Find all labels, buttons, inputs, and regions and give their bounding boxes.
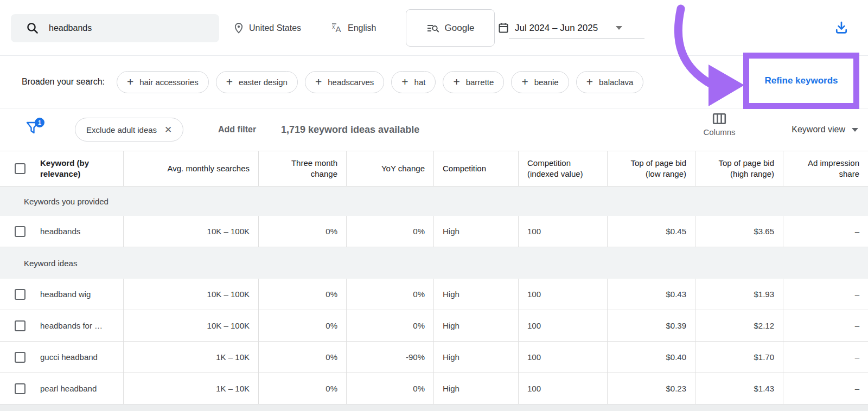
cell-top-bid-low: $0.43 — [608, 279, 695, 310]
cell-value: High — [443, 384, 459, 393]
broaden-chip[interactable]: +hat — [391, 71, 436, 93]
header-ad-impression-share[interactable]: Ad impression share — [783, 151, 868, 186]
cell-top-bid-low: $0.45 — [608, 216, 695, 247]
cell-value: 100 — [527, 384, 541, 393]
plus-icon: + — [453, 76, 459, 87]
broaden-chip[interactable]: +balaclava — [576, 71, 644, 93]
cell-three-month-change: 0% — [259, 310, 347, 341]
chip-label: headscarves — [328, 78, 374, 87]
cell-ad-impression-share: – — [783, 373, 868, 404]
filter-funnel-button[interactable]: 1 — [25, 119, 44, 140]
row-checkbox[interactable] — [15, 226, 25, 237]
chip-label: hair accessories — [139, 78, 198, 87]
table-row: headbands10K – 100K0%0%High100$0.45$3.65… — [0, 216, 868, 247]
broaden-chip[interactable]: +beanie — [511, 71, 569, 93]
cell-value: 0% — [413, 290, 425, 299]
cell-value: – — [855, 321, 859, 330]
cell-keyword: headband wig — [0, 279, 124, 310]
row-checkbox[interactable] — [15, 163, 25, 174]
cell-yoy-change: 0% — [347, 310, 434, 341]
cell-competition: High — [434, 373, 519, 404]
network-selector-button[interactable]: Google — [406, 9, 495, 47]
cell-competition: High — [434, 216, 519, 247]
header-competition-indexed[interactable]: Competition (indexed value) — [519, 151, 608, 186]
cell-top-bid-low: $0.39 — [608, 310, 695, 341]
cell-value: 0% — [326, 352, 337, 362]
svg-text:x: x — [332, 24, 335, 30]
columns-button[interactable]: Columns — [703, 113, 736, 137]
header-three-month-change[interactable]: Three month change — [259, 151, 347, 186]
filter-chip-label: Exclude adult ideas — [86, 125, 157, 134]
keyword-view-dropdown[interactable]: Keyword view — [792, 108, 858, 151]
filter-chip-exclude-adult[interactable]: Exclude adult ideas ✕ — [75, 118, 183, 142]
cell-value: 100 — [527, 321, 541, 330]
cell-competition-indexed: 100 — [519, 279, 608, 310]
cell-value: – — [855, 352, 859, 362]
section-band: Keywords you provided — [0, 187, 868, 216]
row-checkbox[interactable] — [15, 352, 25, 363]
cell-value: 0% — [326, 290, 337, 299]
keyword-search-box[interactable] — [11, 14, 219, 42]
header-yoy-change[interactable]: YoY change — [347, 151, 434, 186]
cell-value: $1.93 — [754, 290, 774, 299]
cell-value: 10K – 100K — [207, 321, 250, 330]
header-competition[interactable]: Competition — [434, 151, 519, 186]
header-avg-monthly-searches[interactable]: Avg. monthly searches — [124, 151, 259, 186]
calendar-icon — [498, 22, 509, 34]
plus-icon: + — [521, 76, 528, 87]
language-selector[interactable]: xA English — [331, 0, 376, 56]
cell-value: $0.39 — [666, 321, 686, 330]
cell-ad-impression-share: – — [783, 342, 868, 373]
table-header-row: Keyword (by relevance)Avg. monthly searc… — [0, 151, 868, 187]
row-checkbox[interactable] — [15, 383, 25, 394]
row-checkbox[interactable] — [15, 289, 25, 300]
header-top-bid-low[interactable]: Top of page bid (low range) — [608, 151, 695, 186]
cell-value: 0% — [326, 384, 337, 393]
top-toolbar: United States xA English Google Jul 2024… — [0, 0, 868, 56]
date-range-selector[interactable]: Jul 2024 – Jun 2025 — [498, 0, 622, 56]
header-label: Ad impression share — [792, 158, 859, 180]
row-checkbox[interactable] — [15, 320, 25, 331]
table-row: gucci headband1K – 10K0%-90%High100$0.40… — [0, 342, 868, 373]
broaden-chip[interactable]: +barrette — [443, 71, 504, 93]
cell-value: 100 — [527, 290, 541, 299]
refine-keywords-link[interactable]: Refine keywords — [764, 75, 838, 86]
keyword-text: gucci headband — [40, 352, 98, 362]
add-filter-button[interactable]: Add filter — [218, 108, 256, 151]
plus-icon: + — [401, 76, 408, 87]
broaden-chip[interactable]: +easter design — [216, 71, 298, 93]
broaden-chip[interactable]: +headscarves — [305, 71, 384, 93]
section-label: Keywords you provided — [24, 197, 108, 206]
cell-value: $1.70 — [754, 352, 774, 362]
header-keyword[interactable]: Keyword (by relevance) — [0, 151, 124, 186]
cell-ad-impression-share: – — [783, 279, 868, 310]
table-body: Keywords you providedheadbands10K – 100K… — [0, 187, 868, 404]
header-top-bid-high[interactable]: Top of page bid (high range) — [695, 151, 783, 186]
cell-value: 100 — [527, 352, 541, 362]
cell-avg-monthly-searches: 10K – 100K — [124, 310, 259, 341]
broaden-chip[interactable]: +hair accessories — [117, 71, 209, 93]
keyword-ideas-count: 1,719 keyword ideas available — [281, 108, 419, 151]
search-input[interactable] — [49, 23, 184, 33]
close-icon[interactable]: ✕ — [164, 124, 172, 136]
cell-competition: High — [434, 342, 519, 373]
date-range-label: Jul 2024 – Jun 2025 — [515, 23, 598, 34]
keyword-text: headbands for … — [40, 321, 103, 330]
cell-three-month-change: 0% — [259, 279, 347, 310]
cell-competition: High — [434, 279, 519, 310]
cell-value: – — [855, 384, 859, 393]
cell-value: – — [855, 227, 859, 236]
location-selector[interactable]: United States — [233, 0, 301, 56]
cell-value: 10K – 100K — [207, 290, 250, 299]
cell-value: 0% — [413, 384, 425, 393]
cell-value: $0.40 — [666, 352, 686, 362]
chip-label: balaclava — [599, 78, 633, 87]
chip-label: easter design — [239, 78, 288, 87]
download-button[interactable] — [832, 18, 851, 37]
chevron-down-icon[interactable] — [616, 26, 622, 30]
cell-value: High — [443, 227, 459, 236]
cell-avg-monthly-searches: 10K – 100K — [124, 279, 259, 310]
filter-count-badge: 1 — [35, 118, 44, 127]
cell-value: 0% — [413, 227, 425, 236]
cell-value: $1.43 — [754, 384, 774, 393]
